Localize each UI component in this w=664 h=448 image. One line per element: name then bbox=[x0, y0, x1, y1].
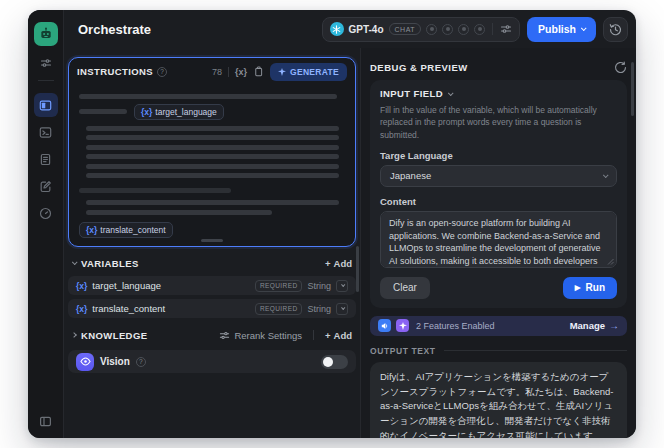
divider bbox=[492, 23, 493, 35]
required-badge: REQUIRED bbox=[255, 280, 303, 292]
variables-title: VARIABLES bbox=[81, 258, 139, 269]
variable-type: String bbox=[307, 304, 331, 314]
main-area: Orchestrate GPT-4o CHAT bbox=[64, 10, 636, 438]
features-enabled-text: 2 Features Enabled bbox=[416, 321, 495, 331]
variable-icon: {x} bbox=[76, 281, 87, 291]
divider bbox=[444, 350, 627, 351]
variable-chip-translate-content[interactable]: {x} translate_content bbox=[79, 222, 173, 238]
model-selector[interactable]: GPT-4o CHAT bbox=[322, 17, 521, 42]
vision-label: Vision bbox=[100, 356, 130, 367]
clear-button[interactable]: Clear bbox=[380, 277, 430, 299]
scrollbar-thumb[interactable] bbox=[356, 246, 359, 292]
model-capability-icon bbox=[426, 24, 437, 35]
nav-orchestrate-icon[interactable] bbox=[34, 93, 58, 117]
input-field-title: INPUT FIELD bbox=[380, 88, 443, 99]
model-params-icon[interactable] bbox=[500, 23, 512, 35]
variable-icon: {x} bbox=[141, 107, 152, 117]
play-icon: ▶ bbox=[575, 283, 581, 292]
panel-resize-handle[interactable] bbox=[201, 239, 223, 242]
chevron-right-icon[interactable] bbox=[71, 332, 77, 338]
insert-variable-icon[interactable]: {x} bbox=[235, 67, 247, 77]
rerank-settings-button[interactable]: Rerank Settings bbox=[219, 330, 302, 341]
variable-row-translate-content[interactable]: {x} translate_content REQUIRED String bbox=[68, 299, 356, 318]
content-textarea[interactable]: Dify is an open-source platform for buil… bbox=[380, 211, 617, 268]
page-title: Orchestrate bbox=[78, 22, 151, 37]
knowledge-section: KNOWLEDGE Rerank Settings + Add bbox=[68, 322, 356, 348]
variable-row-target-language[interactable]: {x} target_language REQUIRED String bbox=[68, 276, 356, 295]
manage-label: Manage bbox=[570, 320, 605, 331]
instructions-title: INSTRUCTIONS bbox=[77, 66, 153, 77]
selected-value: Japanese bbox=[390, 170, 431, 181]
nav-logs-icon[interactable] bbox=[34, 147, 58, 171]
prompt-editor[interactable]: {x} target_language bbox=[69, 85, 355, 246]
model-capability-icon bbox=[474, 24, 485, 35]
chevron-down-icon[interactable] bbox=[72, 259, 78, 265]
topbar: Orchestrate GPT-4o CHAT bbox=[64, 10, 636, 48]
scrollbar-thumb[interactable] bbox=[631, 62, 634, 116]
redacted-text-line bbox=[79, 109, 127, 114]
debug-preview-column: DEBUG & PREVIEW INPUT FIELD Fill in the … bbox=[360, 48, 636, 438]
debug-preview-title: DEBUG & PREVIEW bbox=[370, 62, 468, 73]
copy-prompt-icon[interactable] bbox=[253, 66, 264, 77]
redacted-text-line bbox=[86, 164, 339, 169]
nav-annotations-icon[interactable] bbox=[34, 174, 58, 198]
add-variable-button[interactable]: + Add bbox=[325, 258, 352, 269]
help-icon[interactable]: ? bbox=[136, 357, 146, 367]
target-language-select[interactable]: Japanese bbox=[380, 165, 617, 187]
redacted-text-line bbox=[86, 210, 272, 215]
variable-chip-label: target_language bbox=[155, 107, 216, 117]
vision-feature-row: Vision ? bbox=[68, 350, 356, 373]
chevron-down-icon bbox=[581, 25, 587, 31]
app-settings-icon[interactable] bbox=[40, 57, 52, 69]
run-label: Run bbox=[586, 282, 605, 293]
publish-button[interactable]: Publish bbox=[527, 17, 596, 42]
clear-label: Clear bbox=[393, 282, 417, 293]
run-button[interactable]: ▶ Run bbox=[563, 277, 617, 299]
version-history-button[interactable] bbox=[603, 17, 628, 42]
field-label-target-language: Targe Language bbox=[380, 150, 617, 161]
generate-label: GENERATE bbox=[290, 67, 339, 77]
plus-icon: + bbox=[325, 258, 331, 269]
redacted-text-line bbox=[86, 145, 339, 150]
model-name: GPT-4o bbox=[349, 24, 384, 35]
nav-monitoring-icon[interactable] bbox=[34, 201, 58, 225]
manage-features-button[interactable]: Manage → bbox=[570, 320, 619, 331]
variable-chip-label: translate_content bbox=[100, 225, 165, 235]
variable-type-dropdown[interactable] bbox=[336, 280, 348, 292]
rail-divider bbox=[38, 80, 54, 81]
help-icon[interactable]: ? bbox=[157, 67, 167, 77]
generate-button[interactable]: GENERATE bbox=[270, 63, 347, 81]
variable-name: target_language bbox=[92, 280, 161, 291]
model-capability-icon bbox=[442, 24, 453, 35]
output-card: Difyは、AIアプリケーションを構築するためのオープンソースプラットフォームで… bbox=[370, 362, 627, 438]
rerank-label: Rerank Settings bbox=[234, 330, 302, 341]
add-knowledge-button[interactable]: + Add bbox=[325, 330, 352, 341]
variable-icon: {x} bbox=[86, 225, 97, 235]
variable-chip-target-language[interactable]: {x} target_language bbox=[134, 104, 224, 120]
publish-label: Publish bbox=[538, 23, 576, 35]
add-label: Add bbox=[334, 330, 352, 341]
redacted-text-line bbox=[86, 135, 339, 140]
output-text: Difyは、AIアプリケーションを構築するためのオープンソースプラットフォームで… bbox=[380, 370, 617, 438]
divider bbox=[313, 330, 314, 340]
vision-toggle[interactable] bbox=[321, 355, 348, 369]
output-text-title: OUTPUT TEXT bbox=[370, 346, 436, 356]
variable-name: translate_content bbox=[92, 303, 165, 314]
model-provider-icon bbox=[330, 22, 344, 36]
variable-type-dropdown[interactable] bbox=[336, 303, 348, 315]
vision-eye-icon bbox=[76, 353, 94, 371]
collapse-sidebar-icon[interactable] bbox=[39, 415, 52, 428]
variable-type: String bbox=[307, 281, 331, 291]
app-avatar-robot-icon[interactable] bbox=[34, 22, 58, 46]
restart-icon[interactable] bbox=[614, 61, 627, 74]
features-bar: 2 Features Enabled Manage → bbox=[370, 316, 627, 336]
nav-api-access-icon[interactable] bbox=[34, 120, 58, 144]
input-field-header[interactable]: INPUT FIELD bbox=[380, 88, 617, 99]
resize-corner-icon[interactable] bbox=[607, 258, 614, 265]
text-to-speech-feature-icon bbox=[378, 319, 391, 332]
char-count: 78 bbox=[212, 67, 222, 77]
arrow-right-icon: → bbox=[609, 320, 619, 331]
redacted-text-line bbox=[79, 94, 337, 99]
redacted-text-line bbox=[79, 188, 231, 193]
orchestrate-config-column: INSTRUCTIONS ? 78 {x} GENERATE bbox=[64, 48, 360, 438]
